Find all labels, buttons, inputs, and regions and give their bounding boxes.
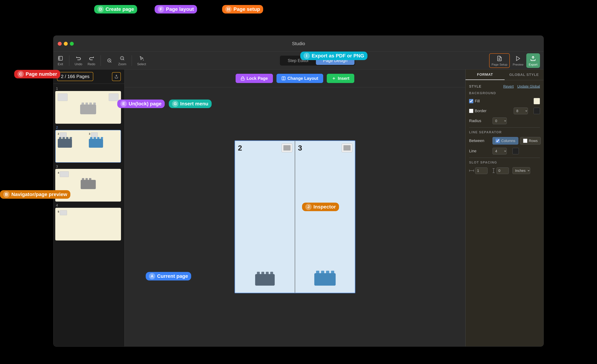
canvas-slot-3[interactable]: 3 — [295, 141, 355, 293]
preview-label: Preview — [513, 63, 523, 66]
annotation-f: F Page layout — [155, 5, 197, 14]
page-num-4: 4 — [55, 202, 123, 208]
annotation-d: D Create page — [94, 5, 137, 14]
fill-checkbox[interactable] — [469, 99, 473, 103]
slot-number-3: 3 — [298, 144, 302, 152]
columns-button[interactable]: Columns — [493, 137, 518, 144]
page-num-1: 1 — [55, 86, 123, 91]
inspector-tabs: FORMAT GLOBAL STYLE — [465, 70, 543, 80]
page-thumb-wrapper-1: 1 — [55, 86, 123, 124]
border-color-swatch[interactable] — [534, 108, 540, 114]
page-setup-label: Page Setup — [492, 63, 507, 66]
annotation-i: I Export as PDF or PNG — [300, 52, 368, 60]
v-spacing-icon — [492, 168, 495, 173]
annotation-e: E Un(lock) page — [117, 100, 165, 108]
inspector-panel: FORMAT GLOBAL STYLE STYLE Revert Update … — [465, 70, 543, 346]
export-button[interactable]: Export — [526, 53, 540, 68]
annotation-c: C Page number — [14, 70, 60, 78]
svg-rect-0 — [58, 56, 63, 60]
select-button[interactable]: Select — [137, 55, 146, 66]
inspector-links: Revert Update Global — [503, 84, 540, 88]
page-thumb-wrapper-4: 4 5 — [55, 202, 123, 240]
annotation-a: A Current page — [146, 272, 191, 280]
radius-select[interactable]: 0 4 8 16 — [493, 118, 507, 124]
inspector-content: STYLE Revert Update Global BACKGROUND Fi… — [465, 80, 543, 346]
between-row: Between Columns Rows — [469, 137, 540, 144]
svg-line-9 — [143, 60, 144, 60]
redo-button[interactable]: Redo — [88, 55, 95, 66]
redo-icon — [88, 55, 95, 62]
rows-button[interactable]: Rows — [520, 137, 541, 144]
border-size-select[interactable]: 8 4 2 1 — [514, 108, 528, 114]
window-title: Studio — [292, 41, 305, 46]
line-label: Line — [469, 149, 490, 153]
exit-icon — [57, 55, 64, 62]
preview-button[interactable]: Preview — [513, 55, 523, 66]
title-bar: Studio — [54, 36, 543, 52]
line-separator-title: LINE SEPARATOR — [469, 130, 540, 134]
undo-icon — [75, 55, 82, 62]
page-counter[interactable]: 2 / 166 Pages — [57, 72, 93, 81]
tab-format[interactable]: FORMAT — [465, 70, 505, 80]
rows-label: Rows — [529, 139, 538, 143]
change-layout-button[interactable]: Change Layout — [276, 74, 323, 83]
annotation-b: B Navigator/page preview — [0, 190, 70, 199]
slot-main-image-2 — [255, 274, 275, 286]
line-row: Line 4 2 1 8 — [469, 148, 540, 154]
h-spacing-icon — [469, 169, 474, 172]
divider-1 — [469, 127, 540, 128]
fill-color-swatch[interactable] — [534, 98, 540, 104]
pages-list[interactable]: 1 — [54, 84, 124, 346]
page-canvas[interactable]: 2 3 — [235, 140, 355, 293]
play-icon — [514, 55, 522, 62]
h-spacing-input[interactable] — [475, 167, 487, 174]
spacing-unit-select[interactable]: Inches cm mm px — [512, 167, 530, 174]
tab-global-style[interactable]: GLOBAL STYLE — [505, 70, 544, 80]
traffic-lights — [58, 42, 74, 46]
select-icon — [138, 55, 145, 62]
page-toolbar: Lock Page Change Layout Insert — [125, 70, 465, 87]
line-color-swatch[interactable] — [512, 148, 519, 154]
inspector-style-header: STYLE Revert Update Global — [469, 84, 540, 88]
svg-marker-12 — [516, 56, 520, 61]
undo-button[interactable]: Undo — [75, 55, 82, 66]
slot-number-2: 2 — [238, 144, 242, 152]
page-canvas-area: 2 3 — [125, 87, 465, 346]
content-area: 2 / 166 Pages 1 — [54, 70, 543, 346]
radius-row: Radius 0 4 8 16 — [469, 118, 540, 124]
style-title: STYLE — [469, 84, 481, 88]
border-row: Border 8 4 2 1 — [469, 108, 540, 114]
fill-label: Fill — [475, 99, 480, 103]
toolbar-separator-2 — [101, 55, 101, 66]
maximize-button[interactable] — [70, 42, 74, 46]
zoom-in-button[interactable] — [106, 57, 113, 64]
v-spacing-input[interactable] — [496, 167, 509, 174]
canvas-slot-2[interactable]: 2 — [235, 141, 295, 293]
zoom-out-button[interactable]: Zoom — [118, 55, 126, 66]
toolbar-separator-3 — [132, 55, 132, 66]
page-thumb-wrapper-2: 2 2 — [55, 124, 123, 163]
update-global-link[interactable]: Update Global — [517, 84, 540, 88]
svg-rect-15 — [241, 78, 244, 80]
border-checkbox[interactable] — [469, 109, 473, 113]
share-button[interactable] — [112, 72, 121, 81]
close-button[interactable] — [58, 42, 62, 46]
exit-button[interactable]: Exit — [57, 55, 64, 66]
page-num-3: 3 — [55, 163, 123, 169]
page-setup-button[interactable]: Page Setup — [489, 53, 510, 68]
app-window: Studio Exit Undo — [53, 36, 544, 347]
minimize-button[interactable] — [64, 42, 68, 46]
slot-thumbnail-3 — [342, 143, 352, 152]
slot-spacing-title: SLOT SPACING — [469, 161, 540, 164]
page-num-2: 2 — [55, 124, 123, 130]
export-label: Export — [529, 63, 537, 66]
zoom-label: Zoom — [118, 62, 126, 66]
revert-link[interactable]: Revert — [503, 84, 514, 88]
redo-label: Redo — [88, 62, 95, 66]
insert-button[interactable]: Insert — [327, 74, 354, 83]
page-thumb-4[interactable]: 5 — [55, 208, 121, 240]
lock-page-button[interactable]: Lock Page — [236, 74, 273, 83]
page-thumb-2[interactable]: 2 3 — [55, 130, 121, 163]
page-thumb-1[interactable] — [55, 91, 121, 124]
line-size-select[interactable]: 4 2 1 8 — [493, 148, 507, 154]
